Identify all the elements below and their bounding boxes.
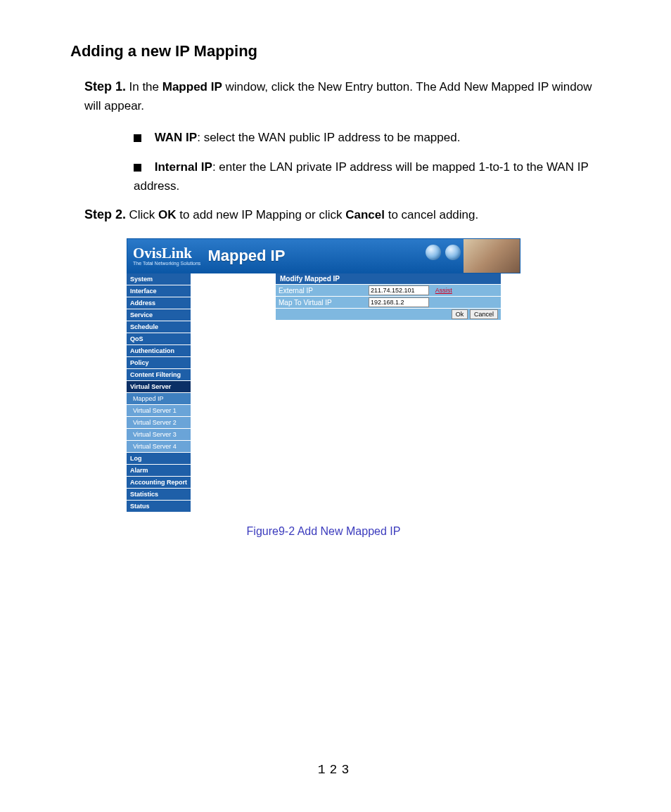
step2-cancel: Cancel [345,208,385,221]
sidebar-item-virtual-server[interactable]: Virtual Server [127,381,191,393]
bullet2-bold: Internal IP [155,160,212,174]
figure-caption: Figure9-2 Add New Mapped IP [127,525,520,538]
map-to-virtual-ip-input[interactable] [369,297,429,307]
form-header: Modify Mapped IP [276,273,501,285]
step2-post: to cancel adding. [385,208,478,221]
sidebar-item-statistics[interactable]: Statistics [127,489,191,501]
figure-screenshot: OvisLink The Total Networking Solutions … [127,238,520,538]
globe-icons [426,245,461,260]
step2-ok: OK [158,208,177,221]
step-2: Step 2. Click OK to add new IP Mapping o… [84,205,608,224]
cancel-button[interactable]: Cancel [470,309,498,319]
external-ip-input[interactable] [369,285,429,295]
sidebar-item-schedule[interactable]: Schedule [127,321,191,333]
assist-link[interactable]: Assist [435,287,452,294]
bullet-wan-ip: WAN IP: select the WAN public IP address… [134,128,594,147]
sidebar-item-service[interactable]: Service [127,309,191,321]
sidebar-item-policy[interactable]: Policy [127,357,191,369]
bullet1-text: : select the WAN public IP address to be… [197,131,460,144]
sidebar: System Interface Address Service Schedul… [127,273,191,513]
globe-icon [426,245,441,260]
step1-bold: Mapped IP [162,80,222,94]
step2-pre: Click [129,208,158,221]
sidebar-item-qos[interactable]: QoS [127,333,191,345]
sidebar-sub-mapped-ip[interactable]: Mapped IP [127,393,191,405]
app-body: System Interface Address Service Schedul… [127,273,520,513]
ok-button[interactable]: Ok [452,309,468,319]
step-1: Step 1. In the Mapped IP window, click t… [84,77,608,115]
sidebar-item-status[interactable]: Status [127,501,191,513]
sidebar-item-accounting-report[interactable]: Accounting Report [127,477,191,489]
sidebar-item-content-filtering[interactable]: Content Filtering [127,369,191,381]
sidebar-item-log[interactable]: Log [127,453,191,465]
sidebar-item-address[interactable]: Address [127,297,191,309]
sidebar-sub-vs4[interactable]: Virtual Server 4 [127,441,191,453]
map-to-virtual-ip-label: Map To Virtual IP [276,297,366,309]
banner-title: Mapped IP [207,247,285,265]
square-bullet-icon [134,134,141,142]
sidebar-item-system[interactable]: System [127,273,191,285]
page-heading: Adding a new IP Mapping [70,42,636,60]
page-number: 123 [35,763,636,777]
sidebar-item-alarm[interactable]: Alarm [127,465,191,477]
step1-pre: In the [129,80,162,94]
content-area: Modify Mapped IP External IP Assist Map … [191,273,520,513]
bullet-internal-ip: Internal IP: enter the LAN private IP ad… [134,157,594,195]
sidebar-sub-vs2[interactable]: Virtual Server 2 [127,417,191,429]
sidebar-item-authentication[interactable]: Authentication [127,345,191,357]
globe-icon [445,245,461,260]
button-row: Ok Cancel [276,309,501,321]
brand-logo: OvisLink [133,245,192,262]
step-1-label: Step 1. [84,79,126,94]
bullet1-bold: WAN IP [155,131,197,144]
banner-photo [464,239,520,273]
map-to-virtual-ip-cell [366,297,501,309]
step-1-text: In the Mapped IP window, click the New E… [84,80,592,112]
external-ip-cell: Assist [366,285,501,297]
step-2-label: Step 2. [84,207,126,221]
step2-mid: to add new IP Mapping or click [177,208,346,221]
sidebar-sub-vs1[interactable]: Virtual Server 1 [127,405,191,417]
external-ip-label: External IP [276,285,366,297]
sidebar-item-interface[interactable]: Interface [127,285,191,297]
app-banner: OvisLink The Total Networking Solutions … [127,238,520,273]
square-bullet-icon [134,164,141,172]
mapped-ip-form: Modify Mapped IP External IP Assist Map … [276,273,501,320]
brand-tagline: The Total Networking Solutions [133,261,200,266]
step-2-text: Click OK to add new IP Mapping or click … [129,208,478,221]
sidebar-sub-vs3[interactable]: Virtual Server 3 [127,429,191,441]
